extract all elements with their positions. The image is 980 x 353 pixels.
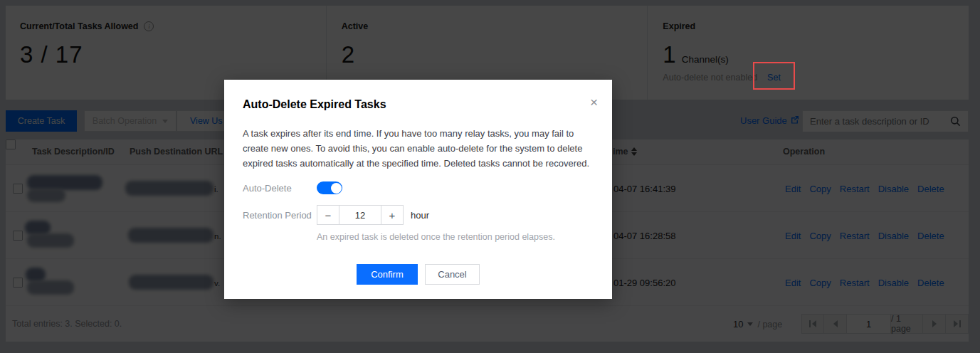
- auto-delete-toggle[interactable]: [317, 181, 342, 194]
- modal-title: Auto-Delete Expired Tasks: [243, 98, 594, 111]
- auto-delete-modal: Auto-Delete Expired Tasks × A task expir…: [224, 80, 612, 299]
- minus-button[interactable]: −: [317, 206, 339, 224]
- retention-unit-label: hour: [411, 210, 429, 221]
- retention-value-input[interactable]: 12: [339, 206, 381, 224]
- auto-delete-row: Auto-Delete: [243, 181, 594, 194]
- cancel-button[interactable]: Cancel: [425, 264, 480, 285]
- modal-description: A task expires after its end time. If yo…: [243, 126, 593, 171]
- close-icon[interactable]: ×: [590, 95, 598, 109]
- plus-button[interactable]: +: [381, 206, 403, 224]
- retention-stepper: − 12 +: [317, 205, 404, 225]
- retention-period-label: Retention Period: [243, 210, 317, 221]
- modal-buttons: Confirm Cancel: [243, 264, 594, 285]
- auto-delete-label: Auto-Delete: [243, 183, 317, 194]
- annotation-highlight-box: [753, 62, 795, 90]
- confirm-button[interactable]: Confirm: [357, 264, 418, 285]
- retention-period-row: Retention Period − 12 + hour: [243, 205, 594, 225]
- toggle-knob: [331, 183, 342, 194]
- retention-helper-text: An expired task is deleted once the rete…: [317, 232, 594, 242]
